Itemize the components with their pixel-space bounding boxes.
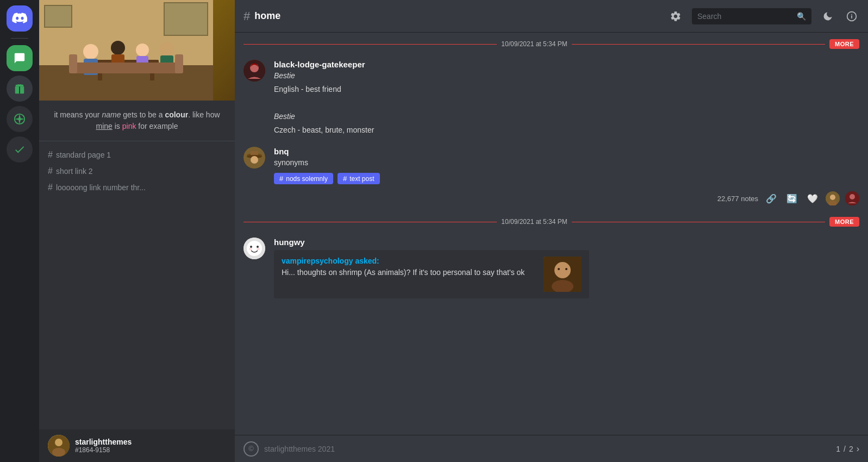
svg-point-14 — [111, 41, 125, 55]
message-content-blk: black-lodge-gatekeeper Bestie English - … — [274, 60, 859, 138]
channel-standard-page[interactable]: # standard page 1 — [39, 147, 235, 163]
user-footer: starlightthemes #1864-9158 — [39, 429, 235, 462]
link-icon[interactable]: 🔗 — [764, 191, 779, 206]
message-username: black-lodge-gatekeeper — [274, 60, 859, 69]
svg-point-48 — [554, 262, 571, 278]
svg-rect-21 — [69, 54, 77, 73]
quote-username: vampirepsychology asked: — [282, 257, 537, 265]
search-input[interactable] — [697, 12, 794, 21]
svg-point-51 — [565, 268, 567, 270]
settings-icon[interactable] — [668, 9, 683, 24]
next-page-icon[interactable]: › — [857, 444, 859, 454]
svg-rect-22 — [175, 54, 183, 73]
divider-line — [243, 44, 497, 45]
avatar-hungwy — [243, 238, 265, 259]
quote-text: Hi... thoughts on shrimp (As animals)? I… — [282, 267, 537, 278]
message-bnq: bnq synonyms # nods solemnly # text post — [235, 142, 868, 189]
quote-image — [544, 257, 582, 292]
server-banner: any colour you like — [39, 0, 235, 101]
tag-hash-icon: # — [279, 174, 283, 183]
quote-asked-label: asked: — [355, 257, 379, 265]
copyright-icon: © — [243, 441, 259, 457]
chat-nav-icon[interactable] — [7, 45, 33, 71]
divider-line — [243, 222, 497, 222]
main-content: # home 🔍 — [235, 0, 868, 462]
channel-header: # home 🔍 — [235, 0, 868, 33]
channel-short-link[interactable]: # short link 2 — [39, 163, 235, 179]
username: starlightthemes — [75, 438, 226, 446]
svg-rect-7 — [45, 5, 72, 27]
svg-point-12 — [83, 44, 98, 59]
svg-point-16 — [136, 43, 149, 57]
tag-label: nods solemnly — [286, 175, 328, 183]
svg-point-50 — [558, 268, 560, 270]
tag-text[interactable]: # text post — [338, 173, 380, 184]
message-content-hungwy: hungwy vampirepsychology asked: Hi... th… — [274, 238, 859, 298]
quote-author: vampirepsychology — [282, 257, 353, 265]
channel-long-link[interactable]: # looooong link number thr... — [39, 179, 235, 196]
tag-nods[interactable]: # nods solemnly — [274, 173, 333, 184]
channel-label: short link 2 — [56, 167, 93, 176]
user-tag: #1864-9158 — [75, 446, 226, 454]
avatar-bnq — [243, 147, 265, 168]
like-icon[interactable]: 🤍 — [805, 191, 820, 206]
sidebar: any colour you like — [39, 0, 235, 462]
channel-hash-icon: # — [48, 150, 53, 160]
channel-hash-icon: # — [48, 166, 53, 176]
channel-hash-icon: # — [243, 9, 250, 23]
channel-label: looooong link number thr... — [56, 183, 146, 192]
search-bar[interactable]: 🔍 — [692, 8, 811, 24]
footer-bar: © starlightthemes 2021 1 / 2 › — [235, 435, 868, 462]
message-text: Bestie English - best friend Bestie Czec… — [274, 70, 859, 136]
info-icon[interactable] — [844, 9, 859, 24]
channel-title: # home — [243, 9, 659, 23]
message-blk: black-lodge-gatekeeper Bestie English - … — [235, 55, 868, 142]
date-divider-1: 10/09/2021 at 5:34 PM MORE — [235, 33, 868, 55]
channel-hash-icon: # — [48, 183, 53, 192]
user-info: starlightthemes #1864-9158 — [75, 438, 226, 454]
channel-name: home — [254, 10, 280, 22]
date-divider-2: 10/09/2021 at 5:34 PM MORE — [235, 210, 868, 233]
svg-point-30 — [250, 64, 259, 72]
current-page: 1 — [836, 445, 840, 453]
more-button-2[interactable]: MORE — [829, 217, 859, 227]
discord-icon[interactable] — [7, 5, 33, 32]
reblog-icon[interactable]: 🔄 — [784, 191, 800, 206]
message-hungwy: hungwy vampirepsychology asked: Hi... th… — [235, 233, 868, 303]
check-nav-icon[interactable] — [7, 136, 33, 163]
svg-point-37 — [830, 195, 835, 200]
channel-list: # standard page 1 # short link 2 # loooo… — [39, 141, 235, 429]
page-navigation: 1 / 2 › — [836, 444, 859, 454]
notes-count: 22,677 notes — [717, 195, 758, 203]
note-avatar-2 — [845, 191, 859, 205]
page-separator: / — [844, 445, 846, 453]
divider-line — [572, 222, 825, 222]
tag-row: # nods solemnly # text post — [274, 173, 859, 184]
tag-label: text post — [349, 175, 374, 183]
messages-area: 10/09/2021 at 5:34 PM MORE black-lodge-g… — [235, 33, 868, 435]
banner-illustration — [39, 0, 213, 101]
quote-block: vampirepsychology asked: Hi... thoughts … — [274, 250, 589, 298]
svg-point-25 — [52, 448, 65, 457]
quote-content: vampirepsychology asked: Hi... thoughts … — [282, 257, 537, 292]
message-username: bnq — [274, 147, 859, 156]
avatar-blk — [243, 60, 265, 82]
divider-line — [572, 44, 825, 45]
svg-point-24 — [55, 439, 63, 446]
server-description: it means your name gets to be a colour. … — [39, 101, 235, 141]
message-username: hungwy — [274, 238, 859, 247]
total-pages: 2 — [849, 445, 853, 453]
moon-icon[interactable] — [820, 9, 835, 24]
svg-point-43 — [250, 246, 252, 248]
compass-nav-icon[interactable] — [7, 106, 33, 132]
more-button[interactable]: MORE — [829, 39, 859, 49]
footer-text: starlightthemes 2021 — [264, 445, 335, 453]
svg-point-35 — [251, 156, 258, 164]
message-content-bnq: bnq synonyms # nods solemnly # text post — [274, 147, 859, 184]
tag-hash-icon: # — [343, 174, 347, 183]
svg-point-40 — [850, 194, 855, 199]
header-icons: 🔍 — [668, 8, 859, 24]
svg-rect-20 — [72, 63, 180, 73]
message-text: synonyms — [274, 157, 859, 168]
gift-nav-icon[interactable] — [7, 76, 33, 102]
